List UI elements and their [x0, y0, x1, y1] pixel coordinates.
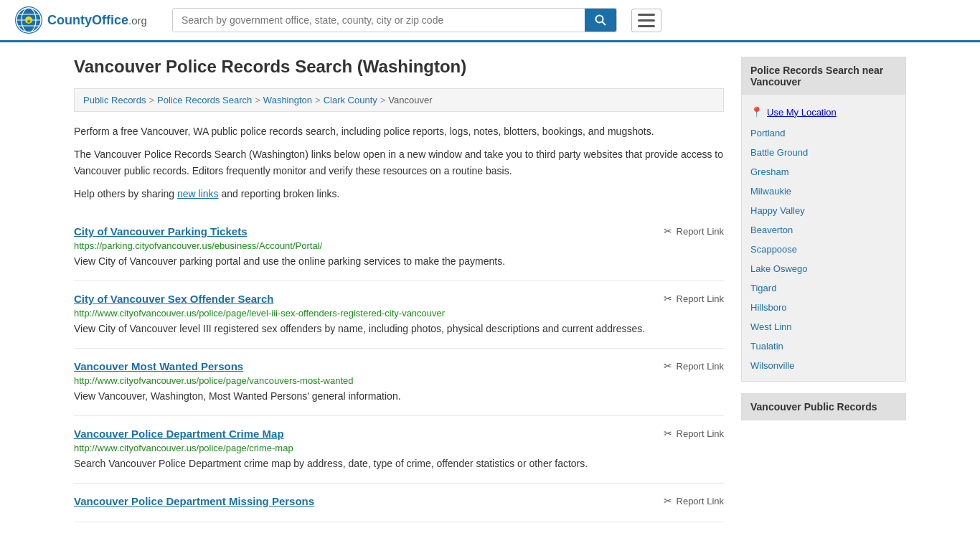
sidebar: Police Records Search near Vancouver 📍 U…	[741, 57, 906, 522]
report-link-label: Report Link	[677, 428, 724, 439]
search-input[interactable]	[173, 9, 585, 32]
report-link-icon: ✂	[664, 293, 672, 304]
result-header: City of Vancouver Sex Offender Search ✂ …	[74, 293, 724, 305]
sidebar-public-records-title: Vancouver Public Records	[742, 394, 905, 420]
desc-para-2: The Vancouver Police Records Search (Was…	[74, 146, 724, 179]
menu-line-3	[638, 25, 655, 27]
nearby-location-link[interactable]: Wilsonville	[750, 360, 794, 371]
report-link-button[interactable]: ✂ Report Link	[664, 360, 724, 372]
nearby-location-link[interactable]: West Linn	[750, 321, 792, 332]
report-link-label: Report Link	[677, 226, 724, 237]
breadcrumb-washington[interactable]: Washington	[263, 95, 312, 105]
page-title: Vancouver Police Records Search (Washing…	[74, 57, 724, 77]
result-title[interactable]: Vancouver Police Department Missing Pers…	[74, 495, 314, 507]
result-item: City of Vancouver Parking Tickets ✂ Repo…	[74, 214, 724, 281]
menu-line-2	[638, 19, 655, 22]
nearby-location-link[interactable]: Battle Ground	[750, 147, 808, 158]
result-title[interactable]: City of Vancouver Sex Offender Search	[74, 293, 273, 305]
search-bar	[172, 8, 617, 32]
new-links-link[interactable]: new links	[177, 188, 219, 199]
result-description: Search Vancouver Police Department crime…	[74, 456, 724, 471]
result-description: View City of Vancouver parking portal an…	[74, 254, 724, 269]
desc-para-3-pre: Help others by sharing	[74, 188, 177, 199]
sidebar-location-item: Beaverton	[742, 220, 905, 240]
menu-button[interactable]	[631, 9, 661, 32]
result-header: Vancouver Police Department Missing Pers…	[74, 495, 724, 507]
result-header: Vancouver Most Wanted Persons ✂ Report L…	[74, 360, 724, 372]
nearby-location-link[interactable]: Milwaukie	[750, 186, 791, 197]
use-my-location-link[interactable]: Use My Location	[767, 107, 837, 118]
result-header: Vancouver Police Department Crime Map ✂ …	[74, 428, 724, 440]
report-link-button[interactable]: ✂ Report Link	[664, 428, 724, 439]
result-title[interactable]: Vancouver Most Wanted Persons	[74, 360, 243, 372]
svg-line-9	[603, 22, 606, 26]
result-url: https://parking.cityofvancouver.us/ebusi…	[74, 240, 724, 251]
sidebar-location-item: Milwaukie	[742, 182, 905, 201]
sidebar-location-item: Portland	[742, 123, 905, 143]
report-link-label: Report Link	[677, 361, 724, 372]
desc-para-3: Help others by sharing new links and rep…	[74, 186, 724, 202]
nearby-location-link[interactable]: Portland	[750, 128, 785, 138]
result-item: Vancouver Police Department Missing Pers…	[74, 484, 724, 522]
logo-text: CountyOffice.org	[47, 13, 147, 28]
result-url: http://www.cityofvancouver.us/police/pag…	[74, 443, 724, 453]
sidebar-location-item: Lake Oswego	[742, 259, 905, 278]
sidebar-location-item: Scappoose	[742, 240, 905, 259]
description: Perform a free Vancouver, WA public poli…	[74, 123, 724, 202]
result-description: View City of Vancouver level III registe…	[74, 321, 724, 336]
breadcrumb-police-records[interactable]: Police Records Search	[157, 95, 252, 105]
logo-area: ★ CountyOffice.org	[14, 6, 158, 34]
report-link-icon: ✂	[664, 360, 672, 372]
svg-text:★: ★	[27, 19, 32, 24]
report-link-icon: ✂	[664, 428, 672, 439]
sidebar-location-item: Hillsboro	[742, 298, 905, 317]
header: ★ CountyOffice.org	[0, 0, 980, 42]
sidebar-location-item: Tigard	[742, 278, 905, 298]
sidebar-location-item: Tualatin	[742, 336, 905, 356]
nearby-location-link[interactable]: Lake Oswego	[750, 263, 808, 274]
breadcrumb-sep-1: >	[149, 95, 154, 105]
breadcrumb-public-records[interactable]: Public Records	[83, 95, 146, 105]
desc-para-3-post: and reporting broken links.	[219, 188, 340, 199]
svg-point-8	[596, 16, 603, 23]
report-link-icon: ✂	[664, 225, 672, 237]
result-url: http://www.cityofvancouver.us/police/pag…	[74, 308, 724, 319]
nearby-location-link[interactable]: Tualatin	[750, 341, 783, 352]
result-item: Vancouver Most Wanted Persons ✂ Report L…	[74, 349, 724, 416]
report-link-button[interactable]: ✂ Report Link	[664, 293, 724, 304]
breadcrumb-sep-4: >	[380, 95, 386, 105]
result-item: City of Vancouver Sex Offender Search ✂ …	[74, 281, 724, 349]
result-header: City of Vancouver Parking Tickets ✂ Repo…	[74, 225, 724, 237]
sidebar-public-records-section: Vancouver Public Records	[741, 393, 906, 420]
result-description: View Vancouver, Washington, Most Wanted …	[74, 389, 724, 404]
nearby-location-link[interactable]: Beaverton	[750, 225, 793, 235]
breadcrumb-vancouver: Vancouver	[388, 95, 432, 105]
location-pin-icon: 📍	[750, 106, 763, 118]
result-title[interactable]: City of Vancouver Parking Tickets	[74, 225, 247, 237]
report-link-label: Report Link	[677, 293, 724, 304]
report-link-label: Report Link	[677, 496, 724, 507]
content-area: Vancouver Police Records Search (Washing…	[74, 57, 724, 522]
breadcrumb-sep-2: >	[255, 95, 260, 105]
report-link-button[interactable]: ✂ Report Link	[664, 495, 724, 507]
breadcrumb-clark-county[interactable]: Clark County	[324, 95, 377, 105]
sidebar-location-item: Gresham	[742, 162, 905, 182]
search-button[interactable]	[585, 9, 616, 32]
report-link-button[interactable]: ✂ Report Link	[664, 225, 724, 237]
results-list: City of Vancouver Parking Tickets ✂ Repo…	[74, 214, 724, 522]
nearby-location-link[interactable]: Gresham	[750, 166, 788, 177]
nearby-location-link[interactable]: Scappoose	[750, 244, 797, 255]
search-icon	[595, 14, 606, 26]
nearby-location-link[interactable]: Tigard	[750, 283, 776, 293]
sidebar-use-my-location[interactable]: 📍 Use My Location	[742, 100, 905, 123]
nearby-location-link[interactable]: Happy Valley	[750, 205, 805, 216]
sidebar-location-item: Happy Valley	[742, 201, 905, 220]
breadcrumb: Public Records > Police Records Search >…	[74, 88, 724, 112]
desc-para-1: Perform a free Vancouver, WA public poli…	[74, 123, 724, 139]
nearby-location-link[interactable]: Hillsboro	[750, 302, 787, 313]
result-title[interactable]: Vancouver Police Department Crime Map	[74, 428, 284, 440]
logo-icon: ★	[14, 6, 43, 34]
sidebar-nearby-section: Police Records Search near Vancouver 📍 U…	[741, 57, 906, 382]
result-item: Vancouver Police Department Crime Map ✂ …	[74, 416, 724, 484]
breadcrumb-sep-3: >	[315, 95, 321, 105]
